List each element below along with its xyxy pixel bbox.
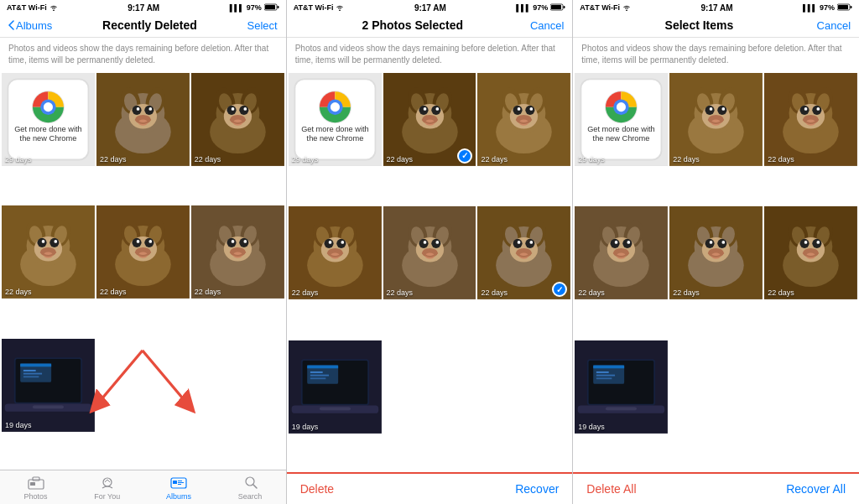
photo-cell-1[interactable]: 22 days xyxy=(669,73,763,166)
svg-rect-280 xyxy=(596,377,612,379)
svg-text:the new Chrome: the new Chrome xyxy=(20,134,77,143)
svg-point-268 xyxy=(812,239,821,248)
photo-cell-2[interactable]: 22 days xyxy=(191,73,284,166)
photo-cell-4[interactable]: 22 days xyxy=(669,206,763,299)
svg-point-136 xyxy=(526,106,535,115)
nav-back[interactable]: Albums xyxy=(8,19,52,32)
photo-cell-6[interactable]: 19 days xyxy=(2,339,95,432)
svg-point-269 xyxy=(804,241,808,244)
action-right-button[interactable]: Recover All xyxy=(786,482,846,496)
photo-cell-0[interactable]: Get more done with the new Chrome 29 day… xyxy=(575,73,668,166)
days-label: 22 days xyxy=(5,288,32,296)
photo-cell-7[interactable] xyxy=(383,340,476,434)
svg-rect-104 xyxy=(551,5,561,9)
photo-cell-2[interactable]: 22 days xyxy=(764,73,857,166)
photo-cell-2[interactable]: 22 days xyxy=(477,73,570,166)
svg-point-48 xyxy=(42,240,45,243)
svg-rect-187 xyxy=(307,365,338,368)
svg-point-179 xyxy=(518,241,521,244)
info-text: Photos and videos show the days remainin… xyxy=(573,38,859,73)
nav-action[interactable]: Cancel xyxy=(817,19,851,32)
signal-icon: ▌▌▌ xyxy=(803,4,817,12)
photo-cell-7[interactable] xyxy=(96,339,190,432)
photo-cell-5[interactable]: 22 days xyxy=(764,206,857,299)
tab-search[interactable]: Search xyxy=(215,475,286,501)
svg-text:Get more done with: Get more done with xyxy=(14,125,82,133)
status-time: 9:17 AM xyxy=(701,3,733,13)
wifi-icon xyxy=(622,3,631,13)
svg-point-242 xyxy=(627,241,631,244)
status-right: ▌▌▌ 97% xyxy=(803,3,852,13)
photo-cell-0[interactable]: Get more done with the new Chrome 29 day… xyxy=(2,73,95,166)
grid-wrapper: Get more done with the new Chrome 29 day… xyxy=(573,73,859,472)
action-bar: DeleteRecover xyxy=(287,472,573,504)
svg-rect-87 xyxy=(23,376,39,377)
days-label: 22 days xyxy=(387,288,414,297)
info-text: Photos and videos show the days remainin… xyxy=(287,38,573,73)
photo-cell-3[interactable]: 22 days xyxy=(575,206,668,299)
photos-icon xyxy=(27,475,45,491)
svg-point-151 xyxy=(328,241,331,244)
photo-cell-7[interactable] xyxy=(669,340,763,434)
albums-icon xyxy=(169,475,188,491)
action-left-button[interactable]: Delete All xyxy=(586,482,636,496)
svg-text:Get more done with: Get more done with xyxy=(587,125,655,133)
svg-point-19 xyxy=(144,106,154,115)
svg-point-137 xyxy=(518,107,521,111)
svg-point-122 xyxy=(431,106,440,115)
photo-cell-1[interactable]: 22 days xyxy=(383,73,476,166)
svg-point-180 xyxy=(530,241,534,244)
svg-point-47 xyxy=(49,238,59,247)
tab-for-you[interactable]: For You xyxy=(71,475,143,501)
svg-point-163 xyxy=(419,239,428,248)
action-right-button[interactable]: Recover xyxy=(515,482,559,496)
svg-rect-282 xyxy=(606,407,637,410)
nav-title: Recently Deleted xyxy=(52,18,247,32)
photo-cell-8[interactable] xyxy=(477,340,570,434)
status-carrier: AT&T Wi-Fi xyxy=(294,3,345,13)
photo-grid: Get more done with the new Chrome 29 day… xyxy=(0,73,286,470)
tab-albums[interactable]: Albums xyxy=(143,475,214,501)
photo-cell-6[interactable]: 19 days xyxy=(575,340,668,434)
photo-cell-8[interactable] xyxy=(764,340,857,434)
status-time: 9:17 AM xyxy=(128,3,159,13)
battery-text: 97% xyxy=(820,3,835,12)
svg-point-33 xyxy=(239,106,248,115)
carrier-text: AT&T Wi-Fi xyxy=(294,3,334,12)
svg-text:Get more done with: Get more done with xyxy=(301,125,369,133)
svg-rect-89 xyxy=(33,405,64,408)
photo-cell-1[interactable]: 22 days xyxy=(96,73,190,166)
photo-cell-5[interactable]: 22 days xyxy=(191,205,284,299)
photo-cell-4[interactable]: 22 days xyxy=(96,205,190,299)
photo-cell-3[interactable]: 22 days xyxy=(2,205,95,299)
action-left-button[interactable]: Delete xyxy=(300,482,334,496)
svg-point-241 xyxy=(615,241,618,244)
status-bar: AT&T Wi-Fi 9:17 AM ▌▌▌ 97% xyxy=(573,0,859,15)
days-label: 22 days xyxy=(578,288,605,297)
signal-icon: ▌▌▌ xyxy=(230,4,244,12)
nav-action[interactable]: Cancel xyxy=(530,19,564,32)
nav-bar: Select ItemsCancel xyxy=(573,15,859,38)
photo-cell-3[interactable]: 22 days xyxy=(289,206,382,299)
photo-cell-4[interactable]: 22 days xyxy=(383,206,476,299)
tab-label: For You xyxy=(94,492,120,501)
days-label: 19 days xyxy=(578,423,605,431)
svg-point-256 xyxy=(722,241,726,244)
tab-photos[interactable]: Photos xyxy=(0,475,71,501)
photo-cell-5[interactable]: 22 days xyxy=(477,206,570,299)
photo-cell-0[interactable]: Get more done with the new Chrome 29 day… xyxy=(289,73,382,166)
svg-point-254 xyxy=(718,239,727,248)
photo-cell-6[interactable]: 19 days xyxy=(289,340,382,434)
nav-bar: AlbumsRecently DeletedSelect xyxy=(0,15,286,38)
status-time: 9:17 AM xyxy=(414,3,446,13)
tab-label: Photos xyxy=(24,492,48,501)
back-label: Albums xyxy=(16,19,52,32)
svg-rect-85 xyxy=(23,370,36,372)
photo-cell-8[interactable] xyxy=(191,339,284,432)
svg-point-35 xyxy=(243,107,247,111)
svg-point-165 xyxy=(423,241,426,244)
svg-point-226 xyxy=(812,106,821,115)
nav-action[interactable]: Select xyxy=(247,19,278,32)
svg-point-121 xyxy=(419,106,428,115)
grid-wrapper: Get more done with the new Chrome 29 day… xyxy=(0,73,286,470)
